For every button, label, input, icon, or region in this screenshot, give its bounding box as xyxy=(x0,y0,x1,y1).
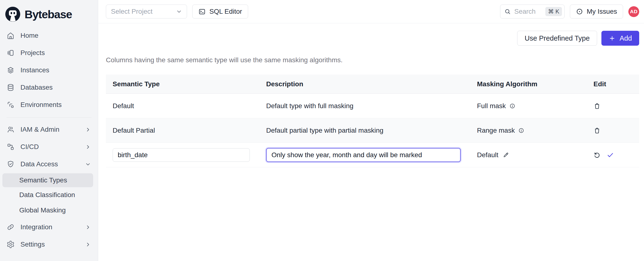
sidebar-item-data-classification[interactable]: Data Classification xyxy=(0,187,98,203)
circle-dot-icon xyxy=(576,8,583,15)
shield-check-icon xyxy=(6,160,15,168)
sidebar-item-semantic-types[interactable]: Semantic Types xyxy=(2,173,93,187)
use-predefined-type-button[interactable]: Use Predefined Type xyxy=(517,31,597,46)
trash-icon xyxy=(594,127,601,134)
sidebar-item-label: Settings xyxy=(20,241,45,248)
search-input[interactable] xyxy=(514,8,538,15)
search-shortcut-badge: ⌘ K xyxy=(545,7,562,16)
sidebar-subitem-label: Semantic Types xyxy=(19,176,67,184)
workflow-icon xyxy=(6,143,15,151)
my-issues-button[interactable]: My Issues xyxy=(570,4,623,18)
undo-icon xyxy=(594,151,601,159)
semantic-types-page: Use Predefined Type Add Columns having t… xyxy=(98,23,644,261)
bytebase-logo[interactable]: Bytebase xyxy=(0,4,98,23)
table-header-row: Semantic Type Description Masking Algori… xyxy=(106,74,639,94)
search-box[interactable]: ⌘ K xyxy=(500,4,564,18)
page-caption: Columns having the same semantic type wi… xyxy=(106,56,639,64)
my-issues-label: My Issues xyxy=(587,8,617,15)
trash-icon xyxy=(594,102,601,110)
sidebar-item-settings[interactable]: Settings xyxy=(0,236,98,253)
sidebar-item-instances[interactable]: Instances xyxy=(0,61,98,79)
link-icon xyxy=(6,223,15,231)
description-cell: Default partial type with partial maskin… xyxy=(260,127,470,134)
main-column: Select Project SQL Editor xyxy=(98,0,644,261)
add-button[interactable]: Add xyxy=(602,31,639,46)
sidebar-subitem-label: Data Classification xyxy=(19,191,75,199)
chevron-down-icon xyxy=(176,8,182,15)
column-header-semantic-type: Semantic Type xyxy=(106,80,260,88)
semantic-type-cell: Default xyxy=(106,102,260,110)
pencil-icon xyxy=(503,152,509,158)
database-icon xyxy=(6,83,15,92)
masking-algorithm-cell: Default xyxy=(470,151,583,159)
sidebar-item-label: Environments xyxy=(20,101,62,109)
sidebar-item-label: Databases xyxy=(20,84,53,91)
sidebar-item-global-masking[interactable]: Global Masking xyxy=(0,203,98,218)
delete-button[interactable] xyxy=(594,102,601,110)
chevron-right-icon xyxy=(85,126,91,133)
semantic-type-input[interactable] xyxy=(113,148,250,162)
use-predefined-type-label: Use Predefined Type xyxy=(525,34,590,42)
semantic-type-cell: Default Partial xyxy=(106,127,260,134)
sidebar-item-home[interactable]: Home xyxy=(0,27,98,44)
sidebar-item-cicd[interactable]: CI/CD xyxy=(0,138,98,156)
info-icon[interactable] xyxy=(518,127,524,134)
sidebar-item-projects[interactable]: Projects xyxy=(0,44,98,61)
sidebar-item-integration[interactable]: Integration xyxy=(0,219,98,236)
column-header-masking-algorithm: Masking Algorithm xyxy=(470,80,583,88)
project-select[interactable]: Select Project xyxy=(106,4,187,18)
data-access-sublist: Semantic Types Data Classification Globa… xyxy=(0,173,98,218)
sidebar-item-label: Projects xyxy=(20,49,45,57)
check-icon xyxy=(606,151,614,159)
sidebar-item-data-access[interactable]: Data Access xyxy=(0,156,98,173)
masking-algorithm-value: Full mask xyxy=(477,102,506,110)
undo-button[interactable] xyxy=(594,151,601,159)
masking-algorithm-cell: Full mask xyxy=(470,102,583,110)
users-icon xyxy=(6,125,15,134)
description-input[interactable] xyxy=(266,148,460,162)
masking-algorithm-value: Default xyxy=(477,151,498,159)
chevron-down-icon xyxy=(85,161,91,168)
avatar[interactable]: AD xyxy=(628,6,639,17)
sidebar: Bytebase Home Proje xyxy=(0,0,98,261)
sidebar-item-iam-admin[interactable]: IAM & Admin xyxy=(0,121,98,138)
edit-masking-algorithm-button[interactable] xyxy=(503,152,509,158)
edit-cell xyxy=(583,102,639,110)
semantic-types-table: Semantic Type Description Masking Algori… xyxy=(106,74,639,167)
bytebase-logo-icon xyxy=(5,6,21,22)
table-row-editing: Default xyxy=(106,143,639,167)
projects-icon xyxy=(6,49,15,57)
chevron-right-icon xyxy=(85,241,91,248)
plus-icon xyxy=(608,35,616,42)
sql-editor-button[interactable]: SQL Editor xyxy=(192,4,248,18)
masking-algorithm-value: Range mask xyxy=(477,127,515,134)
delete-button[interactable] xyxy=(594,127,601,134)
sidebar-item-databases[interactable]: Databases xyxy=(0,79,98,96)
confirm-button[interactable] xyxy=(606,151,614,159)
sidebar-item-label: CI/CD xyxy=(20,143,39,151)
instances-icon xyxy=(6,66,15,74)
column-header-description: Description xyxy=(260,80,470,88)
semantic-type-cell xyxy=(106,148,260,162)
chevron-right-icon xyxy=(85,224,91,231)
column-header-edit: Edit xyxy=(583,80,639,88)
sidebar-item-label: Data Access xyxy=(20,160,58,168)
app-window: Bytebase Home Proje xyxy=(0,0,644,261)
edit-cell xyxy=(583,151,639,159)
home-icon xyxy=(6,31,15,40)
sidebar-item-label: IAM & Admin xyxy=(20,126,60,133)
sidebar-item-label: Instances xyxy=(20,66,49,74)
add-button-label: Add xyxy=(620,34,632,42)
edit-cell xyxy=(583,127,639,134)
sidebar-nav: Home Projects xyxy=(0,27,98,253)
info-icon[interactable] xyxy=(509,103,516,109)
topbar: Select Project SQL Editor xyxy=(98,0,644,23)
avatar-initials: AD xyxy=(630,9,638,14)
sidebar-item-environments[interactable]: Environments xyxy=(0,96,98,113)
page-actions: Use Predefined Type Add xyxy=(106,31,639,46)
sidebar-divider xyxy=(6,117,92,118)
terminal-icon xyxy=(198,8,206,15)
description-cell: Default type with full masking xyxy=(260,102,470,110)
project-select-placeholder: Select Project xyxy=(111,8,152,15)
sidebar-item-label: Integration xyxy=(20,223,52,231)
